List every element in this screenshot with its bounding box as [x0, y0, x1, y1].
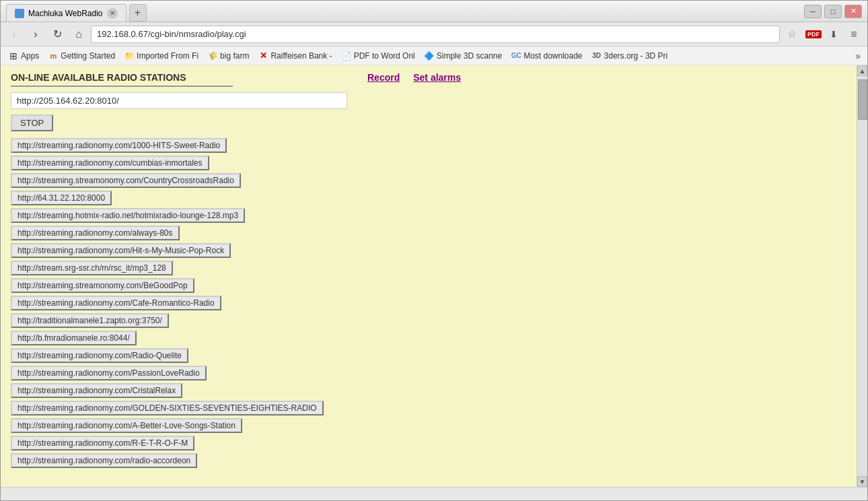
- bookmark-pdf-word-label: PDF to Word Onl: [354, 51, 415, 61]
- more-bookmarks-button[interactable]: »: [853, 49, 863, 63]
- station-button-10[interactable]: http://traditionalmanele1.zapto.org:3750…: [11, 313, 169, 328]
- bookmarks-bar: ⊞ Apps m Getting Started 📁 Imported From…: [1, 46, 867, 65]
- tab-area: Machiuka WebRadio ✕ +: [6, 1, 147, 22]
- station-button-18[interactable]: http://streaming.radionomy.com/radio-acc…: [11, 453, 197, 468]
- station-button-3[interactable]: http://64.31.22.120:8000: [11, 191, 112, 205]
- bookmark-most-downloaded[interactable]: GC Most downloade: [507, 50, 586, 62]
- status-bar: [1, 487, 867, 500]
- station-button-5[interactable]: http://streaming.radionomy.com/always-80…: [11, 226, 180, 240]
- main-content: ON-LINE AVAILABLE RADIO STATIONS Record …: [1, 65, 857, 487]
- menu-button[interactable]: ≡: [844, 25, 863, 44]
- title-bar: Machiuka WebRadio ✕ + ─ □ ✕: [1, 1, 867, 22]
- record-link[interactable]: Record: [367, 72, 400, 83]
- bookmark-getting-started[interactable]: m Getting Started: [44, 50, 119, 62]
- scroll-up-button[interactable]: ▲: [857, 65, 867, 76]
- station-button-14[interactable]: http://streaming.radionomy.com/CristalRe…: [11, 383, 182, 398]
- scroll-down-button[interactable]: ▼: [857, 476, 867, 487]
- 3ders-icon: 3D: [592, 51, 602, 61]
- page-header: ON-LINE AVAILABLE RADIO STATIONS Record …: [11, 72, 846, 87]
- station-button-12[interactable]: http://streaming.radionomy.com/Radio-Que…: [11, 348, 188, 363]
- bookmark-imported[interactable]: 📁 Imported From Fi: [120, 50, 203, 62]
- folder-icon: 📁: [124, 51, 134, 61]
- station-button-17[interactable]: http://streaming.radionomy.com/R-E-T-R-O…: [11, 436, 194, 450]
- station-button-7[interactable]: http://stream.srg-ssr.ch/m/rsc_it/mp3_12…: [11, 261, 173, 275]
- station-button-13[interactable]: http://streaming.radionomy.com/PassionLo…: [11, 366, 207, 380]
- scroll-track[interactable]: [857, 76, 867, 476]
- station-button-1[interactable]: http://streaming.radionomy.com/cumbias-i…: [11, 156, 209, 170]
- new-tab-button[interactable]: +: [129, 4, 147, 22]
- bookmark-3ders[interactable]: 3D 3ders.org - 3D Pri: [588, 50, 672, 62]
- scrollbar[interactable]: ▲ ▼: [857, 65, 867, 487]
- close-button[interactable]: ✕: [844, 5, 862, 18]
- bookmark-3ders-label: 3ders.org - 3D Pri: [604, 51, 668, 61]
- bookmark-big-farm[interactable]: 🌾 big farm: [204, 50, 253, 62]
- current-url-display: http://205.164.62.20:8010/: [11, 92, 347, 109]
- bookmark-simple-3d-label: Simple 3D scanne: [437, 51, 502, 61]
- set-alarms-link[interactable]: Set alarms: [413, 72, 461, 83]
- bookmark-getting-started-label: Getting Started: [61, 51, 115, 61]
- refresh-button[interactable]: ↻: [48, 25, 67, 44]
- simple-3d-icon: 🔷: [425, 51, 434, 61]
- restore-button[interactable]: □: [824, 5, 842, 18]
- url-bar[interactable]: [91, 26, 780, 43]
- getting-started-icon: m: [48, 51, 58, 61]
- station-button-4[interactable]: http://streaming.hotmix-radio.net/hotmix…: [11, 208, 245, 223]
- station-list: http://streaming.radionomy.com/1000-HITS…: [11, 138, 846, 468]
- minimize-button[interactable]: ─: [804, 5, 822, 18]
- section-title: ON-LINE AVAILABLE RADIO STATIONS: [11, 72, 233, 87]
- bookmark-raiffeisen[interactable]: ✕ Raiffeisen Bank -: [254, 50, 336, 62]
- bookmark-simple-3d[interactable]: 🔷 Simple 3D scanne: [421, 50, 506, 62]
- bookmark-raiffeisen-label: Raiffeisen Bank -: [270, 51, 332, 61]
- bookmark-pdf-word[interactable]: 📄 PDF to Word Onl: [338, 50, 419, 62]
- window-controls: ─ □ ✕: [804, 5, 862, 18]
- forward-button[interactable]: ›: [26, 25, 45, 44]
- home-button[interactable]: ⌂: [69, 25, 88, 44]
- download-icon-button[interactable]: ⬇: [824, 25, 843, 44]
- pdf-label: PDF: [805, 30, 822, 38]
- gc-icon: GC: [511, 51, 521, 61]
- station-button-15[interactable]: http://streaming.radionomy.com/GOLDEN-SI…: [11, 401, 324, 415]
- tab-label: Machiuka WebRadio: [28, 9, 103, 18]
- station-button-16[interactable]: http://streaming.radionomy.com/A-Better-…: [11, 418, 242, 433]
- bookmark-big-farm-label: big farm: [220, 51, 249, 61]
- station-button-0[interactable]: http://streaming.radionomy.com/1000-HITS…: [11, 138, 227, 153]
- pdf-icon-button[interactable]: PDF: [804, 25, 823, 44]
- bookmark-star-button[interactable]: ☆: [783, 25, 801, 44]
- bookmark-apps-label: Apps: [21, 51, 39, 61]
- station-button-9[interactable]: http://streaming.radionomy.com/Cafe-Roma…: [11, 296, 221, 310]
- tab-favicon: [15, 9, 24, 18]
- bookmark-apps[interactable]: ⊞ Apps: [5, 50, 43, 62]
- toolbar-icons: PDF ⬇ ≡: [804, 25, 863, 44]
- big-farm-icon: 🌾: [208, 51, 217, 61]
- bookmark-most-downloaded-label: Most downloade: [523, 51, 582, 61]
- raiffeisen-icon: ✕: [258, 51, 268, 61]
- tab-close-button[interactable]: ✕: [107, 8, 118, 19]
- pdf-word-icon: 📄: [342, 51, 351, 61]
- scroll-thumb[interactable]: [858, 79, 867, 120]
- station-button-11[interactable]: http://b.fmradiomanele.ro:8044/: [11, 331, 137, 345]
- apps-icon: ⊞: [9, 51, 18, 61]
- browser-tab[interactable]: Machiuka WebRadio ✕: [6, 4, 126, 22]
- page-content: ON-LINE AVAILABLE RADIO STATIONS Record …: [1, 65, 867, 487]
- bookmark-imported-label: Imported From Fi: [137, 51, 198, 61]
- station-button-6[interactable]: http://streaming.radionomy.com/Hit-s-My-…: [11, 243, 231, 258]
- back-button[interactable]: ‹: [5, 25, 24, 44]
- header-controls: Record Set alarms: [367, 72, 461, 83]
- station-button-8[interactable]: http://streaming.streamonomy.com/BeGoodP…: [11, 278, 194, 293]
- stop-button[interactable]: STOP: [11, 114, 53, 131]
- nav-bar: ‹ › ↻ ⌂ ☆ PDF ⬇ ≡: [1, 22, 867, 46]
- station-button-2[interactable]: http://streaming.streamonomy.com/Country…: [11, 173, 241, 188]
